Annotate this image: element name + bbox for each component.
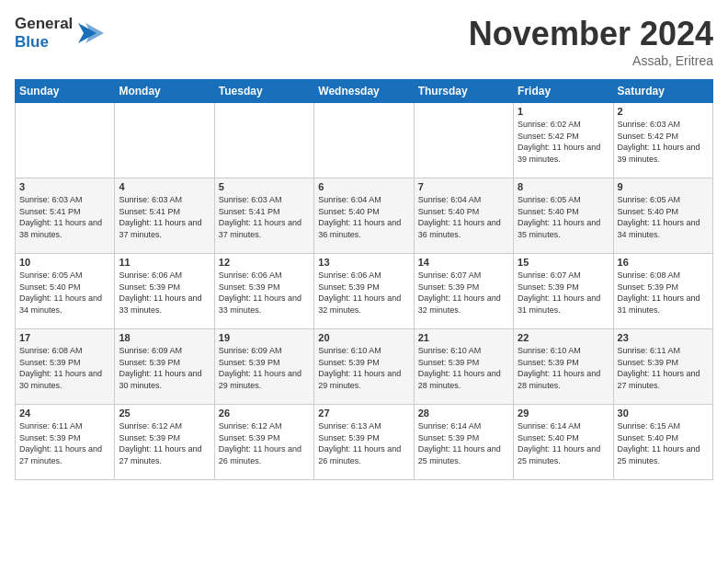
col-saturday: Saturday (613, 80, 712, 103)
day-number: 20 (318, 332, 409, 343)
calendar-cell (414, 103, 513, 178)
day-number: 6 (318, 181, 409, 192)
month-title: November 2024 (469, 15, 713, 53)
col-tuesday: Tuesday (214, 80, 313, 103)
calendar-cell: 16Sunrise: 6:08 AMSunset: 5:39 PMDayligh… (613, 254, 712, 329)
calendar-table: Sunday Monday Tuesday Wednesday Thursday… (15, 79, 713, 480)
day-info: Sunrise: 6:12 AMSunset: 5:39 PMDaylight:… (119, 420, 210, 466)
calendar-cell: 17Sunrise: 6:08 AMSunset: 5:39 PMDayligh… (16, 329, 115, 405)
col-friday: Friday (514, 80, 613, 103)
day-info: Sunrise: 6:03 AMSunset: 5:41 PMDaylight:… (19, 194, 110, 240)
calendar-cell: 21Sunrise: 6:10 AMSunset: 5:39 PMDayligh… (414, 329, 513, 405)
calendar-cell: 1Sunrise: 6:02 AMSunset: 5:42 PMDaylight… (514, 103, 613, 178)
calendar-cell: 20Sunrise: 6:10 AMSunset: 5:39 PMDayligh… (314, 329, 414, 405)
calendar-cell: 5Sunrise: 6:03 AMSunset: 5:41 PMDaylight… (214, 178, 313, 254)
calendar-cell: 6Sunrise: 6:04 AMSunset: 5:40 PMDaylight… (314, 178, 414, 254)
day-info: Sunrise: 6:03 AMSunset: 5:41 PMDaylight:… (119, 194, 210, 240)
day-info: Sunrise: 6:14 AMSunset: 5:40 PMDaylight:… (518, 420, 609, 466)
day-info: Sunrise: 6:08 AMSunset: 5:39 PMDaylight:… (19, 345, 110, 391)
calendar-cell: 19Sunrise: 6:09 AMSunset: 5:39 PMDayligh… (214, 329, 313, 405)
day-info: Sunrise: 6:04 AMSunset: 5:40 PMDaylight:… (318, 194, 409, 240)
calendar-cell (214, 103, 313, 178)
location: Assab, Eritrea (469, 53, 713, 68)
calendar-cell (16, 103, 115, 178)
week-row-2: 3Sunrise: 6:03 AMSunset: 5:41 PMDaylight… (16, 178, 713, 254)
calendar-cell: 27Sunrise: 6:13 AMSunset: 5:39 PMDayligh… (314, 405, 414, 480)
day-number: 18 (119, 332, 210, 343)
day-number: 22 (518, 332, 609, 343)
day-number: 27 (318, 408, 409, 419)
col-monday: Monday (115, 80, 214, 103)
day-info: Sunrise: 6:12 AMSunset: 5:39 PMDaylight:… (219, 420, 310, 466)
week-row-5: 24Sunrise: 6:11 AMSunset: 5:39 PMDayligh… (16, 405, 713, 480)
day-number: 13 (318, 257, 409, 268)
day-number: 14 (418, 257, 509, 268)
day-number: 10 (19, 257, 110, 268)
col-thursday: Thursday (414, 80, 513, 103)
calendar-cell (314, 103, 414, 178)
day-number: 12 (219, 257, 310, 268)
logo-blue: Blue (15, 33, 73, 52)
calendar-cell: 15Sunrise: 6:07 AMSunset: 5:39 PMDayligh… (514, 254, 613, 329)
calendar-cell: 3Sunrise: 6:03 AMSunset: 5:41 PMDaylight… (16, 178, 115, 254)
day-info: Sunrise: 6:11 AMSunset: 5:39 PMDaylight:… (618, 345, 709, 391)
calendar-cell: 12Sunrise: 6:06 AMSunset: 5:39 PMDayligh… (214, 254, 313, 329)
day-number: 11 (119, 257, 210, 268)
day-info: Sunrise: 6:14 AMSunset: 5:39 PMDaylight:… (418, 420, 509, 466)
day-number: 24 (19, 408, 110, 419)
day-info: Sunrise: 6:10 AMSunset: 5:39 PMDaylight:… (518, 345, 609, 391)
calendar-cell: 4Sunrise: 6:03 AMSunset: 5:41 PMDaylight… (115, 178, 214, 254)
day-number: 4 (119, 181, 210, 192)
week-row-1: 1Sunrise: 6:02 AMSunset: 5:42 PMDaylight… (16, 103, 713, 178)
day-info: Sunrise: 6:03 AMSunset: 5:42 PMDaylight:… (618, 119, 709, 165)
calendar-cell: 13Sunrise: 6:06 AMSunset: 5:39 PMDayligh… (314, 254, 414, 329)
day-number: 3 (19, 181, 110, 192)
logo-arrow-icon (76, 19, 104, 47)
day-info: Sunrise: 6:03 AMSunset: 5:41 PMDaylight:… (219, 194, 310, 240)
day-info: Sunrise: 6:15 AMSunset: 5:40 PMDaylight:… (618, 420, 709, 466)
calendar-cell: 25Sunrise: 6:12 AMSunset: 5:39 PMDayligh… (115, 405, 214, 480)
day-number: 9 (618, 181, 709, 192)
day-info: Sunrise: 6:05 AMSunset: 5:40 PMDaylight:… (618, 194, 709, 240)
calendar-cell: 22Sunrise: 6:10 AMSunset: 5:39 PMDayligh… (514, 329, 613, 405)
logo-general: General (15, 15, 73, 33)
week-row-3: 10Sunrise: 6:05 AMSunset: 5:40 PMDayligh… (16, 254, 713, 329)
calendar-cell: 14Sunrise: 6:07 AMSunset: 5:39 PMDayligh… (414, 254, 513, 329)
day-number: 19 (219, 332, 310, 343)
day-info: Sunrise: 6:09 AMSunset: 5:39 PMDaylight:… (119, 345, 210, 391)
calendar-cell: 18Sunrise: 6:09 AMSunset: 5:39 PMDayligh… (115, 329, 214, 405)
header-row: Sunday Monday Tuesday Wednesday Thursday… (16, 80, 713, 103)
day-number: 1 (518, 106, 609, 117)
calendar-cell: 10Sunrise: 6:05 AMSunset: 5:40 PMDayligh… (16, 254, 115, 329)
calendar-cell: 28Sunrise: 6:14 AMSunset: 5:39 PMDayligh… (414, 405, 513, 480)
page: General Blue November 2024 Assab, Eritre… (0, 0, 728, 563)
day-info: Sunrise: 6:10 AMSunset: 5:39 PMDaylight:… (418, 345, 509, 391)
calendar-cell: 11Sunrise: 6:06 AMSunset: 5:39 PMDayligh… (115, 254, 214, 329)
day-info: Sunrise: 6:07 AMSunset: 5:39 PMDaylight:… (418, 270, 509, 316)
day-number: 8 (518, 181, 609, 192)
week-row-4: 17Sunrise: 6:08 AMSunset: 5:39 PMDayligh… (16, 329, 713, 405)
day-number: 21 (418, 332, 509, 343)
calendar-cell: 26Sunrise: 6:12 AMSunset: 5:39 PMDayligh… (214, 405, 313, 480)
day-number: 29 (518, 408, 609, 419)
day-number: 30 (618, 408, 709, 419)
day-number: 2 (618, 106, 709, 117)
day-info: Sunrise: 6:13 AMSunset: 5:39 PMDaylight:… (318, 420, 409, 466)
calendar-cell: 23Sunrise: 6:11 AMSunset: 5:39 PMDayligh… (613, 329, 712, 405)
day-number: 23 (618, 332, 709, 343)
col-wednesday: Wednesday (314, 80, 414, 103)
day-info: Sunrise: 6:08 AMSunset: 5:39 PMDaylight:… (618, 270, 709, 316)
header: General Blue November 2024 Assab, Eritre… (15, 15, 713, 68)
day-number: 26 (219, 408, 310, 419)
day-number: 5 (219, 181, 310, 192)
day-number: 17 (19, 332, 110, 343)
day-info: Sunrise: 6:06 AMSunset: 5:39 PMDaylight:… (219, 270, 310, 316)
day-info: Sunrise: 6:06 AMSunset: 5:39 PMDaylight:… (119, 270, 210, 316)
day-info: Sunrise: 6:09 AMSunset: 5:39 PMDaylight:… (219, 345, 310, 391)
calendar-cell: 29Sunrise: 6:14 AMSunset: 5:40 PMDayligh… (514, 405, 613, 480)
calendar-cell (115, 103, 214, 178)
calendar-cell: 30Sunrise: 6:15 AMSunset: 5:40 PMDayligh… (613, 405, 712, 480)
day-number: 25 (119, 408, 210, 419)
calendar-cell: 2Sunrise: 6:03 AMSunset: 5:42 PMDaylight… (613, 103, 712, 178)
calendar-cell: 7Sunrise: 6:04 AMSunset: 5:40 PMDaylight… (414, 178, 513, 254)
